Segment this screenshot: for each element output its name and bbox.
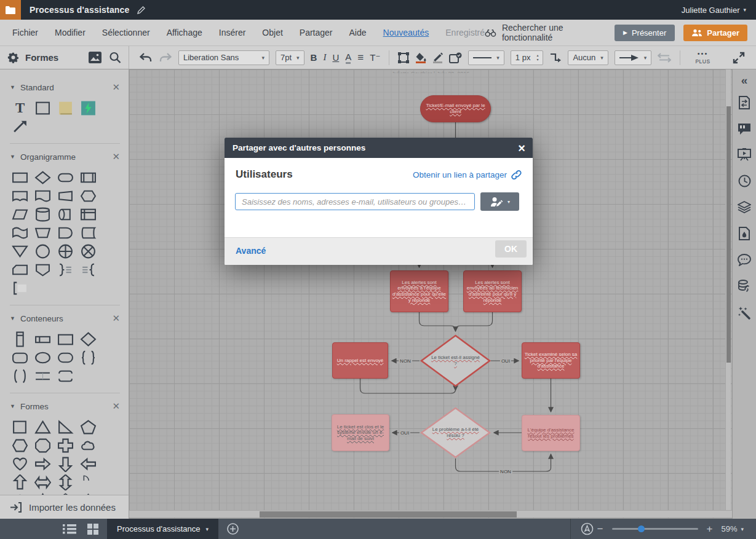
search-feature-button[interactable]: Rechercher une fonctionnalité [485, 23, 600, 42]
palette-sticky-note-icon[interactable] [54, 99, 77, 117]
vertical-scrollbar[interactable] [725, 69, 731, 510]
palette-rectangle-icon[interactable] [31, 99, 54, 117]
palette-ellipse-container-icon[interactable] [31, 348, 54, 367]
palette-off-page-icon[interactable] [31, 261, 54, 279]
redo-icon[interactable] [159, 52, 172, 63]
line-end-dropdown[interactable]: ▾ [615, 50, 652, 65]
flow-node-alert-tech[interactable]: Les alertes sont envoyées au technicien … [463, 270, 522, 312]
page-grid-icon[interactable] [87, 524, 98, 535]
documents-folder-button[interactable] [0, 0, 21, 20]
zoom-slider-thumb[interactable] [638, 525, 645, 532]
invite-users-input[interactable] [235, 193, 475, 210]
theme-ink-icon[interactable] [739, 227, 750, 240]
zoom-slider[interactable] [612, 528, 698, 530]
flow-node-assigned-question[interactable]: Le ticket est-il assigné ? [420, 334, 491, 387]
flow-node-team-resolves[interactable]: L'équipe d'assistance résout les problèm… [522, 415, 580, 451]
vertical-scrollbar-thumb[interactable] [726, 106, 731, 363]
flow-node-resolved-question[interactable]: Le problème a-t-il été résolu ? [420, 407, 491, 458]
palette-data-icon[interactable] [9, 205, 31, 224]
palette-or-icon[interactable] [77, 242, 100, 261]
palette-summing-junction-icon[interactable] [54, 242, 77, 261]
shape-style-check-icon[interactable] [449, 52, 462, 63]
palette-multi-document-icon[interactable] [9, 224, 31, 242]
section-formes-header[interactable]: ▼ Formes ✕ [10, 401, 120, 412]
stroke-width-stepper[interactable]: 1 px ▴▾ [511, 50, 544, 65]
palette-terminator-icon[interactable] [54, 168, 77, 187]
more-tools-button[interactable]: ••• PLUS [695, 50, 710, 65]
history-clock-icon[interactable] [738, 175, 751, 187]
bold-button[interactable]: B [311, 52, 317, 63]
palette-predefined-process-icon[interactable] [77, 168, 100, 187]
font-family-dropdown[interactable]: Liberation Sans ▾ [178, 50, 269, 65]
palette-horizontal-container-icon[interactable] [31, 330, 54, 348]
comments-icon[interactable] [738, 254, 751, 266]
palette-card-icon[interactable] [9, 261, 31, 279]
palette-rect-container-icon[interactable] [54, 330, 77, 348]
image-icon[interactable] [89, 52, 101, 63]
palette-arrow-down-icon[interactable] [54, 455, 77, 473]
add-page-button[interactable] [227, 523, 239, 535]
palette-decision-icon[interactable] [31, 168, 54, 187]
palette-octagon-icon[interactable] [31, 436, 54, 455]
palette-arrow-right-icon[interactable] [31, 455, 54, 473]
palette-direct-storage-icon[interactable] [54, 205, 77, 224]
expand-panel-icon[interactable]: « [741, 74, 748, 86]
menu-inserer[interactable]: Insérer [219, 28, 246, 37]
fill-color-button[interactable] [415, 52, 426, 63]
layers-icon[interactable] [738, 201, 751, 213]
shape-frame-icon[interactable] [398, 52, 409, 63]
italic-button[interactable]: I [323, 52, 326, 63]
palette-rounded-container-icon[interactable] [9, 348, 31, 367]
palette-connector-icon[interactable] [31, 242, 54, 261]
palette-display-icon[interactable] [9, 187, 31, 205]
undo-icon[interactable] [139, 52, 153, 63]
ok-button[interactable]: OK [495, 240, 527, 258]
palette-square-icon[interactable] [9, 418, 31, 436]
close-icon[interactable]: ✕ [112, 82, 120, 93]
user-account-menu[interactable]: Juliette Gauthier ▾ [682, 6, 746, 15]
palette-arrow-left-right-icon[interactable] [31, 473, 54, 492]
palette-vertical-container-icon[interactable] [9, 330, 31, 348]
palette-process-icon[interactable] [9, 168, 31, 187]
flow-node-start[interactable]: Ticket/E-mail envoyé par le client [420, 95, 491, 122]
palette-quick-bolt-icon[interactable] [77, 99, 100, 117]
palette-quarter-circle-icon[interactable] [77, 473, 100, 482]
whats-new-link[interactable]: Nouveautés [383, 28, 429, 37]
palette-text-icon[interactable]: T [9, 99, 31, 117]
palette-arrow-up-down-icon[interactable] [54, 473, 77, 492]
line-color-button[interactable] [432, 52, 443, 63]
magic-wand-icon[interactable] [738, 306, 751, 320]
horizontal-scrollbar[interactable] [129, 510, 732, 517]
palette-brace-left-icon[interactable] [77, 261, 100, 279]
menu-fichier[interactable]: Fichier [12, 28, 38, 37]
close-icon[interactable]: × [518, 142, 525, 154]
section-standard-header[interactable]: ▼ Standard ✕ [10, 82, 120, 93]
palette-triangle-icon[interactable] [31, 418, 54, 436]
fullscreen-icon[interactable] [733, 52, 745, 64]
search-icon[interactable] [109, 52, 121, 64]
zoom-in-button[interactable]: + [703, 523, 717, 535]
gear-icon[interactable] [7, 52, 19, 63]
flow-node-reminder[interactable]: Un rappel est envoyé [332, 342, 388, 379]
palette-arrow-left-icon[interactable] [77, 455, 100, 473]
palette-stored-data-icon[interactable] [77, 224, 100, 242]
flow-node-closed[interactable]: Le ticket est clos et le système envoie … [332, 414, 389, 451]
font-size-dropdown[interactable]: 7pt ▾ [276, 50, 304, 65]
data-linking-icon[interactable] [738, 280, 751, 293]
page-tab[interactable]: Processus d'assistance ▾ [107, 519, 218, 539]
palette-hexagon-icon[interactable] [9, 436, 31, 455]
palette-database-icon[interactable] [31, 205, 54, 224]
connector-type-icon[interactable] [549, 52, 562, 63]
rename-pencil-icon[interactable] [137, 6, 145, 14]
document-properties-icon[interactable] [738, 96, 750, 109]
flow-node-alert-team[interactable]: Les alertes sont envoyées à l'équipe d'a… [390, 270, 448, 312]
palette-diamond-container-icon[interactable] [77, 330, 100, 348]
flow-node-examined[interactable]: Ticket examiné selon sa priorité par l'é… [522, 342, 580, 379]
palette-bracket-frame-icon[interactable] [54, 367, 77, 385]
zoom-level-dropdown[interactable]: 59% ▾ [721, 524, 752, 533]
notes-icon[interactable] [738, 123, 751, 135]
palette-internal-storage-icon[interactable] [77, 205, 100, 224]
swap-arrows-icon[interactable] [658, 53, 671, 63]
slides-icon[interactable] [738, 148, 751, 161]
palette-parentheses-icon[interactable] [9, 367, 31, 385]
